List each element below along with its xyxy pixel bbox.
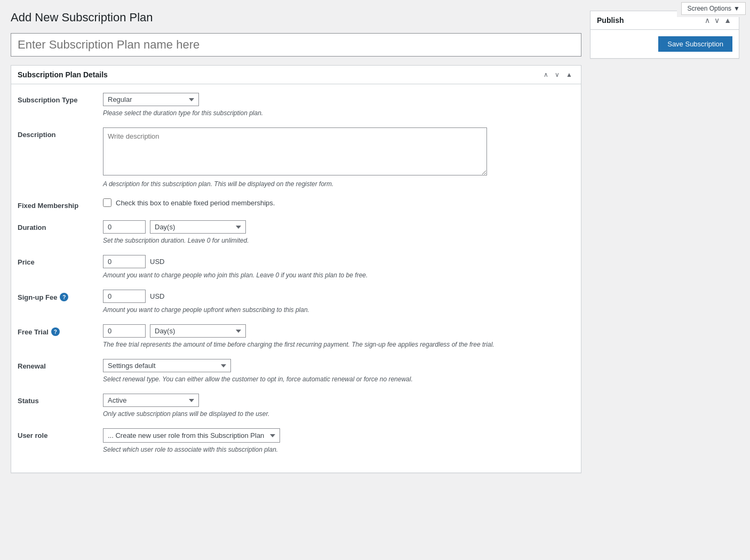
sidebar: Publish ∧ ∨ ▲ Save Subscription <box>590 11 739 473</box>
duration-row: Duration Day(s) Week(s) Month(s) Year(s)… <box>18 220 575 244</box>
page-title: Add New Subscription Plan <box>11 11 581 25</box>
signup-fee-hint: Amount you want to charge people upfront… <box>103 306 575 314</box>
duration-label: Duration <box>18 220 103 231</box>
fixed-membership-row: Fixed Membership Check this box to enabl… <box>18 198 575 210</box>
subscription-type-label: Subscription Type <box>18 93 103 104</box>
screen-options-bar: Screen Options ▼ <box>677 0 750 17</box>
description-hint: A description for this subscription plan… <box>103 180 575 188</box>
price-field: USD Amount you want to charge people who… <box>103 255 575 279</box>
price-number-input[interactable] <box>103 255 146 268</box>
free-trial-label: Free Trial ? <box>18 324 103 336</box>
publish-title: Publish <box>597 16 624 25</box>
subscription-type-row: Subscription Type Regular Lifetime Fixed… <box>18 93 575 117</box>
subscription-type-hint: Please select the duration type for this… <box>103 109 575 117</box>
user-role-select[interactable]: ... Create new user role from this Subsc… <box>103 428 280 443</box>
screen-options-label: Screen Options <box>687 5 731 12</box>
page-wrapper: Add New Subscription Plan Subscription P… <box>0 0 750 484</box>
description-row: Description A description for this subsc… <box>18 127 575 188</box>
duration-input-row: Day(s) Week(s) Month(s) Year(s) <box>103 220 575 234</box>
screen-options-arrow: ▼ <box>733 5 740 12</box>
user-role-label: User role <box>18 428 103 439</box>
metabox-title: Subscription Plan Details <box>18 70 108 79</box>
free-trial-field: Day(s) Week(s) Month(s) Year(s) The free… <box>103 324 575 348</box>
duration-number-input[interactable] <box>103 220 146 234</box>
fixed-membership-checkbox[interactable] <box>103 198 111 207</box>
free-trial-help-icon[interactable]: ? <box>51 327 60 336</box>
renewal-field: Settings default Customer choice Automat… <box>103 359 575 383</box>
metabox-down-button[interactable]: ∨ <box>553 70 562 79</box>
fixed-membership-checkbox-label: Check this box to enable fixed period me… <box>116 199 275 207</box>
publish-body: Save Subscription <box>591 30 739 58</box>
metabox-up-button[interactable]: ∧ <box>541 70 550 79</box>
price-currency-label: USD <box>150 258 164 266</box>
signup-fee-currency-label: USD <box>150 292 164 300</box>
status-select[interactable]: Active Inactive <box>103 394 199 407</box>
signup-fee-row: Sign-up Fee ? USD Amount you want to cha… <box>18 290 575 314</box>
signup-fee-help-icon[interactable]: ? <box>60 293 68 301</box>
price-row: Price USD Amount you want to charge peop… <box>18 255 575 279</box>
price-hint: Amount you want to charge people who joi… <box>103 271 575 279</box>
metabox-header: Subscription Plan Details ∧ ∨ ▲ <box>11 66 581 84</box>
renewal-select[interactable]: Settings default Customer choice Automat… <box>103 359 231 372</box>
metabox-body: Subscription Type Regular Lifetime Fixed… <box>11 84 581 473</box>
renewal-hint: Select renewal type. You can either allo… <box>103 375 575 383</box>
user-role-field: ... Create new user role from this Subsc… <box>103 428 575 453</box>
duration-hint: Set the subscription duration. Leave 0 f… <box>103 237 575 244</box>
subscription-type-select[interactable]: Regular Lifetime Fixed <box>103 93 199 106</box>
renewal-row: Renewal Settings default Customer choice… <box>18 359 575 383</box>
publish-box: Publish ∧ ∨ ▲ Save Subscription <box>590 11 739 59</box>
duration-field: Day(s) Week(s) Month(s) Year(s) Set the … <box>103 220 575 244</box>
free-trial-hint: The free trial represents the amount of … <box>103 341 575 348</box>
user-role-hint: Select which user role to associate with… <box>103 446 575 453</box>
free-trial-input-row: Day(s) Week(s) Month(s) Year(s) <box>103 324 575 338</box>
status-row: Status Active Inactive Only active subsc… <box>18 394 575 418</box>
duration-unit-select[interactable]: Day(s) Week(s) Month(s) Year(s) <box>150 220 246 234</box>
free-trial-row: Free Trial ? Day(s) Week(s) Month(s) Yea… <box>18 324 575 348</box>
user-role-row: User role ... Create new user role from … <box>18 428 575 453</box>
fixed-membership-field: Check this box to enable fixed period me… <box>103 198 575 207</box>
price-input-row: USD <box>103 255 575 268</box>
description-label: Description <box>18 127 103 139</box>
fixed-membership-checkbox-row: Check this box to enable fixed period me… <box>103 198 575 207</box>
subscription-type-field: Regular Lifetime Fixed Please select the… <box>103 93 575 117</box>
description-field: A description for this subscription plan… <box>103 127 575 188</box>
free-trial-number-input[interactable] <box>103 324 146 338</box>
description-textarea[interactable] <box>103 127 487 175</box>
signup-fee-input-row: USD <box>103 290 575 303</box>
renewal-label: Renewal <box>18 359 103 370</box>
status-hint: Only active subscription plans will be d… <box>103 410 575 418</box>
plan-name-input[interactable] <box>11 33 581 57</box>
subscription-plan-details-metabox: Subscription Plan Details ∧ ∨ ▲ Subscrip… <box>11 65 581 473</box>
screen-options-button[interactable]: Screen Options ▼ <box>681 2 746 15</box>
save-subscription-button[interactable]: Save Subscription <box>658 36 732 52</box>
free-trial-unit-select[interactable]: Day(s) Week(s) Month(s) Year(s) <box>150 324 246 338</box>
metabox-controls: ∧ ∨ ▲ <box>541 70 575 79</box>
price-label: Price <box>18 255 103 266</box>
main-content: Add New Subscription Plan Subscription P… <box>11 11 581 473</box>
status-field: Active Inactive Only active subscription… <box>103 394 575 418</box>
signup-fee-number-input[interactable] <box>103 290 146 303</box>
fixed-membership-label: Fixed Membership <box>18 198 103 210</box>
signup-fee-label: Sign-up Fee ? <box>18 290 103 301</box>
signup-fee-field: USD Amount you want to charge people upf… <box>103 290 575 314</box>
metabox-toggle-button[interactable]: ▲ <box>564 70 575 79</box>
status-label: Status <box>18 394 103 405</box>
